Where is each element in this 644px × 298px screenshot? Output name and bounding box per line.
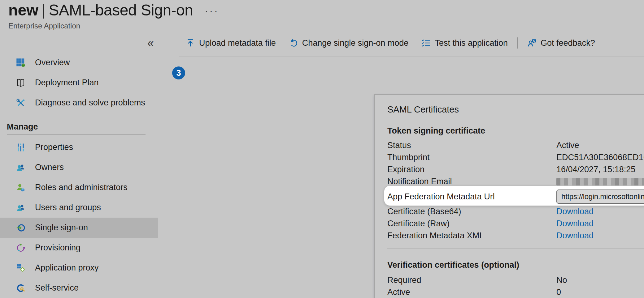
- row-value: 16/04/2027, 15:18:25: [556, 165, 635, 174]
- upload-icon: [186, 38, 195, 48]
- sidebar-item-label: Roles and administrators: [35, 183, 128, 192]
- sidebar-item-label: Application proxy: [35, 263, 99, 273]
- blade-title: SAML-based Sign-on: [49, 2, 193, 19]
- row-value: 0: [556, 287, 561, 297]
- row-label: Required: [387, 275, 556, 285]
- properties-icon: [16, 143, 25, 152]
- content-area: Upload metadata fileChange single sign-o…: [179, 29, 644, 298]
- row-active: Active0: [375, 286, 644, 298]
- diagnose-icon: [16, 98, 25, 108]
- row-required: RequiredNo: [375, 274, 644, 286]
- sidebar-section-manage: Manage: [7, 122, 178, 134]
- sidebar-item-application-proxy[interactable]: Application proxy: [0, 258, 158, 278]
- token-signing-heading: Token signing certificate: [387, 126, 644, 136]
- verification-heading: Verification certificates (optional): [387, 260, 644, 270]
- row-label: Certificate (Raw): [387, 219, 556, 228]
- row-expiration: Expiration16/04/2027, 15:18:25: [375, 164, 644, 176]
- saml-certificates-panel: SAML Certificates Token signing certific…: [374, 94, 644, 298]
- download-link-federation-metadata-xml[interactable]: Download: [556, 231, 594, 241]
- sidebar-nav-manage: PropertiesOwnersRoles and administrators…: [0, 137, 178, 298]
- owners-icon: [16, 163, 25, 172]
- sidebar-item-label: Overview: [35, 58, 70, 67]
- more-menu-icon[interactable]: ···: [203, 4, 221, 17]
- download-link-certificate-raw[interactable]: Download: [556, 219, 594, 228]
- self-service-icon: [16, 283, 25, 293]
- sidebar-nav-top: OverviewDeployment PlanDiagnose and solv…: [0, 53, 178, 113]
- row-label: Active: [387, 287, 556, 297]
- row-label: App Federation Metadata Url: [387, 192, 556, 202]
- toolbar-divider: [517, 37, 518, 49]
- sidebar-item-deployment-plan[interactable]: Deployment Plan: [0, 73, 158, 93]
- collapse-sidebar-icon[interactable]: «: [146, 37, 156, 49]
- sidebar-item-overview[interactable]: Overview: [0, 53, 158, 73]
- app-name: new: [8, 2, 38, 19]
- sidebar-item-self-service[interactable]: Self-service: [0, 278, 158, 298]
- sidebar-divider: [7, 134, 146, 135]
- sidebar-item-label: Users and groups: [35, 203, 101, 212]
- toolbar-button-upload-metadata-file[interactable]: Upload metadata file: [179, 38, 282, 48]
- metadata-url-value: https://login.microsoftonline.com/d3a4c1…: [561, 192, 644, 201]
- sidebar-item-label: Single sign-on: [35, 223, 88, 232]
- page-title: new|SAML-based Sign-on: [8, 1, 193, 19]
- row-notification-email: Notification Email: [375, 176, 644, 188]
- toolbar-button-got-feedback[interactable]: Got feedback?: [521, 38, 602, 48]
- panel-title: SAML Certificates: [375, 95, 644, 115]
- sidebar-item-single-sign-on[interactable]: Single sign-on: [0, 218, 158, 238]
- roles-icon: [16, 183, 25, 192]
- section-divider: [387, 249, 644, 249]
- row-status: StatusActive: [375, 139, 644, 151]
- feedback-icon: [527, 38, 537, 48]
- overview-icon: [16, 58, 25, 67]
- users-groups-icon: [16, 203, 25, 212]
- single-sign-on-icon: [16, 223, 25, 232]
- toolbar-button-test-this-application[interactable]: Test this application: [415, 38, 514, 48]
- row-label: Expiration: [387, 165, 556, 174]
- step-3-badge: 3: [172, 66, 185, 79]
- change-mode-icon: [289, 38, 298, 48]
- row-value: No: [556, 275, 567, 285]
- sidebar-item-label: Owners: [35, 163, 64, 172]
- redacted-email-value: [556, 178, 644, 185]
- app-federation-metadata-url-field[interactable]: https://login.microsoftonline.com/d3a4c1…: [556, 189, 644, 204]
- row-label: Federation Metadata XML: [387, 231, 556, 241]
- row-thumbprint: ThumbprintEDC51A30E36068ED1CD0CDB3BECFAD…: [375, 151, 644, 164]
- download-link-certificate-base64[interactable]: Download: [556, 207, 594, 216]
- row-label: Thumbprint: [387, 153, 556, 162]
- title-separator: |: [38, 2, 49, 19]
- token-signing-rows: StatusActiveThumbprintEDC51A30E36068ED1C…: [375, 139, 644, 242]
- azure-saml-sso-blade: new|SAML-based Sign-on ··· Enterprise Ap…: [0, 0, 644, 298]
- row-label: Status: [387, 141, 556, 150]
- application-proxy-icon: [16, 263, 25, 273]
- sidebar-item-roles-and-administrators[interactable]: Roles and administrators: [0, 177, 158, 198]
- sidebar-item-label: Provisioning: [35, 243, 80, 253]
- sidebar-item-diagnose-and-solve-problems[interactable]: Diagnose and solve problems: [0, 93, 158, 113]
- row-certificate-raw: Certificate (Raw)Download: [375, 218, 644, 230]
- provisioning-icon: [16, 243, 25, 253]
- sidebar-item-label: Diagnose and solve problems: [35, 98, 145, 108]
- row-federation-metadata-xml: Federation Metadata XMLDownload: [375, 230, 644, 242]
- sidebar-item-label: Deployment Plan: [35, 78, 99, 87]
- row-value: Active: [556, 141, 579, 150]
- toolbar-button-label: Upload metadata file: [199, 38, 276, 48]
- sidebar-item-label: Self-service: [35, 283, 79, 293]
- command-bar: Upload metadata fileChange single sign-o…: [179, 29, 644, 57]
- sidebar-item-provisioning[interactable]: Provisioning: [0, 238, 158, 258]
- checklist-icon: [421, 38, 431, 48]
- row-value: EDC51A30E36068ED1CD0CDB3BECFAD34B71D0824: [556, 153, 644, 162]
- row-label: Certificate (Base64): [387, 207, 556, 216]
- deployment-plan-icon: [16, 78, 25, 87]
- toolbar-button-label: Change single sign-on mode: [302, 38, 409, 48]
- row-certificate-base64: Certificate (Base64)Download: [375, 206, 644, 218]
- page-subtitle: Enterprise Application: [8, 22, 80, 30]
- toolbar-button-label: Test this application: [435, 38, 508, 48]
- row-label: Notification Email: [387, 177, 556, 186]
- sidebar-item-owners[interactable]: Owners: [0, 157, 158, 177]
- sidebar-item-properties[interactable]: Properties: [0, 137, 158, 157]
- verification-rows: RequiredNoActive0Expired0: [375, 274, 644, 298]
- toolbar-button-label: Got feedback?: [541, 38, 595, 48]
- sidebar-item-label: Properties: [35, 143, 73, 152]
- toolbar-button-change-single-sign-on-mode[interactable]: Change single sign-on mode: [282, 38, 415, 48]
- sidebar-item-users-and-groups[interactable]: Users and groups: [0, 198, 158, 218]
- sidebar: « OverviewDeployment PlanDiagnose and so…: [0, 29, 178, 298]
- row-app-federation-metadata-url: App Federation Metadata Urlhttps://login…: [375, 188, 644, 206]
